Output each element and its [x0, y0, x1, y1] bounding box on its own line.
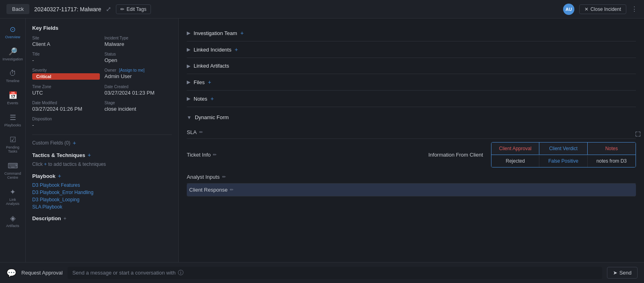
timezone-label: Time Zone	[32, 85, 100, 89]
edit-tags-button[interactable]: ✏ Edit Tags	[116, 4, 151, 14]
right-wrapper: ▶ Investigation Team + ▶ Linked Incident…	[179, 19, 644, 262]
client-response-edit-icon[interactable]: ✏	[230, 187, 233, 192]
expand-panel-icon[interactable]	[635, 131, 641, 138]
linked-artifacts-header[interactable]: ▶ Linked Artifacts	[187, 58, 636, 74]
incident-type-field: Incident Type Malware	[105, 36, 172, 47]
stage-field: Stage close incident	[105, 101, 172, 112]
site-value: Client A	[32, 41, 100, 47]
files-header[interactable]: ▶ Files +	[187, 74, 636, 90]
title-field: Title -	[32, 52, 100, 63]
playbook-link-1[interactable]: D3 Playbook_Error Handling	[32, 190, 172, 195]
sla-edit-icon[interactable]: ✏	[199, 130, 203, 135]
incident-type-value: Malware	[105, 41, 172, 47]
tactics-add-inline[interactable]: +	[44, 161, 47, 167]
investigation-team-label: Investigation Team	[194, 30, 237, 36]
client-verdict-header: Client Verdict	[539, 143, 587, 155]
tactics-empty: Click + to add tactics & techniques	[32, 161, 172, 167]
linked-incidents-label: Linked Incidents	[194, 47, 231, 53]
content-area: Key Fields Site Client A Incident Type M…	[26, 19, 644, 262]
playbook-link-0[interactable]: D3 Playbook Features	[32, 182, 172, 188]
playbook-link-2[interactable]: D3 Playbook_Looping	[32, 197, 172, 202]
sla-form-row[interactable]: SLA ✏	[187, 126, 636, 139]
chat-icon: 💬	[6, 268, 17, 278]
events-icon: 📅	[8, 91, 17, 100]
command-centre-icon: ⌨	[8, 161, 18, 170]
chat-bar: 💬 Request Approval Send a message or sta…	[0, 262, 644, 283]
severity-label: Severity	[32, 68, 100, 72]
chat-info-icon[interactable]: ⓘ	[178, 269, 184, 277]
chevron-down-icon: ▼	[187, 115, 192, 120]
date-modified-field: Date Modified 03/27/2024 01:26 PM	[32, 101, 100, 112]
playbook-link-3[interactable]: SLA Playbook	[32, 204, 172, 210]
notes-header[interactable]: ▶ Notes +	[187, 91, 636, 107]
add-tactics-button[interactable]: +	[88, 152, 91, 158]
sidebar-item-artifacts[interactable]: ◈ Artifacts	[2, 211, 24, 231]
sidebar: ⊙ Overview 🔎 Investigation ⏱ Timeline 📅 …	[0, 19, 26, 262]
sidebar-item-label: Playbooks	[4, 123, 21, 127]
pending-tasks-icon: ☑	[10, 135, 16, 144]
ticket-info-label: Ticket Info ✏	[187, 152, 251, 158]
assign-to-me-link[interactable]: [Assign to me]	[119, 68, 144, 72]
timeline-icon: ⏱	[9, 69, 17, 78]
status-field: Status Open	[105, 52, 172, 63]
analyst-inputs-edit-icon[interactable]: ✏	[222, 174, 226, 180]
linked-incidents-header[interactable]: ▶ Linked Incidents +	[187, 41, 636, 58]
share-button[interactable]: ⤢	[106, 5, 111, 13]
right-content: ▶ Investigation Team + ▶ Linked Incident…	[179, 19, 644, 262]
close-icon: ✕	[584, 6, 588, 12]
dynamic-form-header[interactable]: ▼ Dynamic Form	[187, 110, 636, 126]
send-label: Send	[619, 270, 632, 276]
sidebar-item-link-analysis[interactable]: ✦ Link Analysis	[2, 184, 24, 209]
chat-input-area[interactable]: Send a message or start a conversation w…	[68, 267, 602, 279]
timezone-field: Time Zone UTC	[32, 85, 100, 96]
sidebar-item-label: Artifacts	[6, 224, 19, 228]
linked-incidents-section: ▶ Linked Incidents +	[187, 41, 636, 58]
custom-fields-row: Custom Fields (0) +	[32, 140, 172, 146]
chevron-right-icon: ▶	[187, 30, 190, 36]
sla-label: SLA ✏	[187, 129, 251, 135]
add-custom-field-button[interactable]: +	[73, 140, 76, 146]
sidebar-item-label: Investigation	[2, 57, 23, 61]
disposition-value: -	[32, 122, 100, 128]
send-icon: ➤	[613, 270, 617, 276]
add-linked-incidents-button[interactable]: +	[235, 46, 238, 53]
edit-icon: ✏	[120, 6, 124, 12]
key-fields-grid: Site Client A Incident Type Malware Titl…	[32, 36, 172, 128]
add-files-button[interactable]: +	[208, 79, 211, 85]
sidebar-item-investigation[interactable]: 🔎 Investigation	[2, 44, 24, 64]
sidebar-item-timeline[interactable]: ⏱ Timeline	[2, 66, 24, 86]
add-investigation-team-button[interactable]: +	[240, 30, 244, 36]
analyst-inputs-form-row[interactable]: Analyst Inputs ✏	[187, 171, 636, 184]
send-button[interactable]: ➤ Send	[607, 267, 638, 279]
sidebar-item-overview[interactable]: ⊙ Overview	[2, 22, 24, 42]
left-panel: Key Fields Site Client A Incident Type M…	[26, 19, 179, 262]
tactics-section: Tactics & Techniques + Click + to add ta…	[32, 152, 172, 167]
back-button[interactable]: Back	[6, 4, 29, 14]
date-created-field: Date Created 03/27/2024 01:23 PM	[105, 85, 172, 96]
client-response-form-row[interactable]: Client Response ✏	[187, 184, 636, 196]
sidebar-item-pending-tasks[interactable]: ☑ Pending Tasks	[2, 132, 24, 157]
more-options-button[interactable]: ⋮	[631, 5, 638, 13]
linked-artifacts-label: Linked Artifacts	[194, 63, 229, 69]
close-incident-button[interactable]: ✕ Close Incident	[579, 4, 626, 14]
title-value: -	[32, 57, 100, 63]
sidebar-item-command-centre[interactable]: ⌨ Command Centre	[2, 158, 24, 183]
notes-header: Notes	[588, 143, 636, 155]
sidebar-item-playbooks[interactable]: ☰ Playbooks	[2, 110, 24, 130]
date-created-label: Date Created	[105, 85, 172, 89]
add-playbook-button[interactable]: +	[58, 173, 61, 179]
investigation-team-header[interactable]: ▶ Investigation Team +	[187, 25, 636, 41]
link-analysis-icon: ✦	[10, 188, 16, 196]
stage-label: Stage	[105, 101, 172, 105]
add-notes-button[interactable]: +	[211, 95, 214, 102]
tactics-title: Tactics & Techniques	[32, 152, 85, 158]
sidebar-item-label: Timeline	[6, 79, 20, 83]
sidebar-item-events[interactable]: 📅 Events	[2, 88, 24, 108]
info-table: Client Approval Client Verdict Notes Rej…	[491, 142, 636, 167]
ticket-info-edit-icon[interactable]: ✏	[213, 152, 217, 157]
artifacts-icon: ◈	[10, 214, 16, 223]
main-layout: ⊙ Overview 🔎 Investigation ⏱ Timeline 📅 …	[0, 19, 644, 262]
description-header[interactable]: Description +	[32, 215, 172, 221]
ticket-info-form-row[interactable]: Ticket Info ✏ Information From Client Cl…	[187, 139, 636, 171]
chevron-right-icon: ▶	[187, 63, 190, 69]
